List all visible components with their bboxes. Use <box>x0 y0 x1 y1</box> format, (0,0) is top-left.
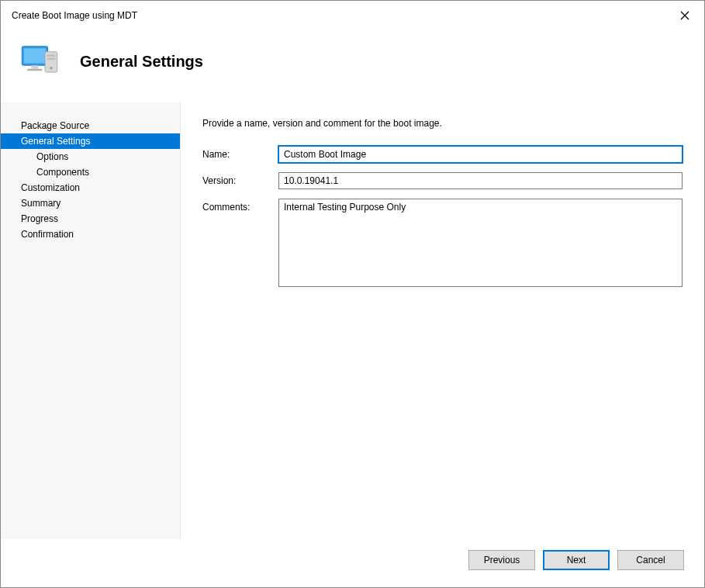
main-panel: Provide a name, version and comment for … <box>181 102 704 539</box>
sidebar-item-customization[interactable]: Customization <box>1 180 180 195</box>
svg-rect-3 <box>24 48 46 63</box>
next-button[interactable]: Next <box>543 550 610 570</box>
sidebar-item-general-settings[interactable]: General Settings <box>1 133 180 149</box>
svg-point-9 <box>50 67 53 70</box>
form-row-name: Name: <box>202 146 683 163</box>
name-label: Name: <box>202 146 278 160</box>
sidebar-item-components[interactable]: Components <box>1 164 180 180</box>
name-input[interactable] <box>278 146 683 163</box>
form-row-version: Version: <box>202 172 683 189</box>
window-title: Create Boot Image using MDT <box>12 10 137 21</box>
version-label: Version: <box>202 172 278 186</box>
wizard-sidebar: Package SourceGeneral SettingsOptionsCom… <box>1 102 181 539</box>
button-bar: Previous Next Cancel <box>1 539 704 587</box>
sidebar-item-confirmation[interactable]: Confirmation <box>1 227 180 242</box>
cancel-button[interactable]: Cancel <box>617 550 684 570</box>
boot-image-icon <box>18 40 61 83</box>
header-section: General Settings <box>1 27 704 102</box>
form-row-comments: Comments: <box>202 199 683 287</box>
content-area: Package SourceGeneral SettingsOptionsCom… <box>1 102 704 539</box>
comments-textarea[interactable] <box>278 199 683 287</box>
sidebar-item-options[interactable]: Options <box>1 149 180 164</box>
page-title: General Settings <box>80 53 203 71</box>
comments-label: Comments: <box>202 199 278 213</box>
close-icon <box>680 11 689 20</box>
svg-rect-8 <box>47 58 56 61</box>
svg-rect-5 <box>27 69 42 71</box>
svg-rect-4 <box>32 65 39 68</box>
titlebar: Create Boot Image using MDT <box>1 1 704 27</box>
sidebar-item-summary[interactable]: Summary <box>1 195 180 211</box>
previous-button[interactable]: Previous <box>468 550 535 570</box>
wizard-dialog: Create Boot Image using MDT General Sett… <box>0 0 705 588</box>
svg-rect-7 <box>47 54 56 57</box>
sidebar-item-progress[interactable]: Progress <box>1 211 180 227</box>
sidebar-item-package-source[interactable]: Package Source <box>1 118 180 133</box>
close-button[interactable] <box>673 6 696 25</box>
instruction-text: Provide a name, version and comment for … <box>202 118 683 129</box>
version-input[interactable] <box>278 172 683 189</box>
